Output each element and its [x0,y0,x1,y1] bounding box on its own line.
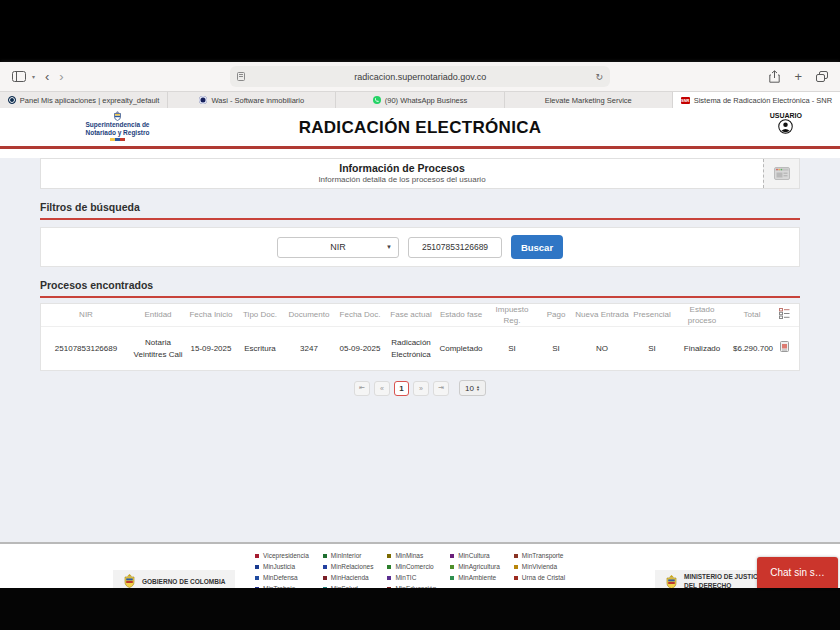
link-label: Urna de Cristal [522,574,565,581]
back-icon[interactable]: ‹ [45,70,49,83]
reload-icon[interactable]: ↻ [595,72,603,82]
url-bar[interactable]: radicacion.supernotariado.gov.co ↻ [230,66,610,87]
browser-tab-5[interactable]: SNRSistema de Radicación Electrónica - S… [673,92,840,108]
link-bullet-icon [323,576,327,580]
main-content: Información de Procesos Información deta… [0,158,840,542]
tab-label: Panel Mis aplicaciones | exprealty_defau… [20,96,160,105]
link-label: MinHacienda [331,574,369,581]
link-bullet-icon [514,565,518,569]
screen-bezel-bottom [0,588,840,630]
footer-link-minambiente[interactable]: MinAmbiente [450,574,500,581]
link-bullet-icon [514,576,518,580]
footer-link-urna-de-cristal[interactable]: Urna de Cristal [514,574,565,581]
footer-link-mintransporte[interactable]: MinTransporte [514,552,565,559]
footer-link-mincultura[interactable]: MinCultura [450,552,500,559]
filter-type-select[interactable]: NIR ▼ [277,237,399,258]
column-header-8: Impuesto Reg. [485,304,539,326]
footer-link-minvivienda[interactable]: MinVivienda [514,563,565,570]
info-panel: Información de Procesos Información deta… [40,158,800,189]
cell-13: $6.290.700 [731,343,773,354]
results-section-title: Procesos encontrados [40,279,800,298]
cell-5: 05-09-2025 [335,343,385,354]
footer-link-minrelaciones[interactable]: MinRelaciones [323,563,374,570]
link-label: MinMinas [395,552,423,559]
link-bullet-icon [387,565,391,569]
column-header-2: Fecha Inicio [185,309,237,320]
search-button[interactable]: Buscar [511,235,563,259]
footer-link-minminas[interactable]: MinMinas [387,552,436,559]
link-label: MinVivienda [522,563,557,570]
footer-link-mindefensa[interactable]: MinDefensa [255,574,309,581]
browser-tab-1[interactable]: Panel Mis aplicaciones | exprealty_defau… [0,92,168,108]
gobierno-badge-label: GOBIERNO DE COLOMBIA [142,578,225,585]
exp-circle-icon [8,96,16,104]
column-options-icon[interactable] [773,308,795,322]
footer-link-mintic[interactable]: MinTIC [387,574,436,581]
url-text: radicacion.supernotariado.gov.co [245,72,595,82]
tab-label: Wasi - Software inmobiliario [211,96,304,105]
page-size-select[interactable]: 10 ▲▼ [459,380,486,396]
chevron-down-icon[interactable]: ▾ [32,73,35,80]
pagination-first-button[interactable]: ⇤ [354,381,370,396]
link-bullet-icon [323,565,327,569]
link-label: MinComercio [395,563,433,570]
tab-label: Sistema de Radicación Electrónica - SNR [694,96,832,105]
cell-9: SI [539,343,573,354]
tab-overview-icon[interactable] [816,71,828,82]
page-format-icon[interactable] [237,72,245,81]
browser-tab-2[interactable]: Wasi - Software inmobiliario [168,92,336,108]
pagination: ⇤ « 1 » ⇥ 10 ▲▼ [40,380,800,396]
forward-icon[interactable]: › [59,70,63,83]
row-document-icon[interactable] [773,341,795,355]
link-label: MinInterior [331,552,362,559]
results-table: NIREntidadFecha InicioTipo Doc.Documento… [40,303,800,371]
column-header-6: Fase actual [385,309,437,320]
table-row[interactable]: 25107853126689Notaria Veintitres Cali15-… [41,327,799,370]
link-bullet-icon [450,554,454,558]
pagination-next-button[interactable]: » [413,381,429,396]
cell-11: SI [631,343,673,354]
link-bullet-icon [514,554,518,558]
chat-button[interactable]: Chat sin s… [757,557,838,588]
column-header-5: Fecha Doc. [335,309,385,320]
footer-link-minjusticia[interactable]: MinJusticia [255,563,309,570]
sidebar-icon[interactable] [12,71,26,82]
pagination-last-button[interactable]: ⇥ [433,381,449,396]
user-menu[interactable]: USUARIO [770,112,802,134]
government-links: VicepresidenciaMinInteriorMinMinasMinCul… [255,552,565,592]
new-tab-icon[interactable]: + [794,69,802,84]
column-header-9: Pago [539,309,573,320]
panel-toggle[interactable] [763,159,799,188]
table-header-row: NIREntidadFecha InicioTipo Doc.Documento… [41,304,799,327]
filter-type-value: NIR [330,242,346,252]
browser-panel-icon [774,167,790,180]
footer-link-mininterior[interactable]: MinInterior [323,552,374,559]
column-header-10: Nueva Entrada [573,309,631,320]
column-header-3: Tipo Doc. [237,309,283,320]
user-avatar-icon[interactable] [778,119,793,134]
pagination-current-page[interactable]: 1 [394,381,409,396]
footer-link-minagricultura[interactable]: MinAgricultura [450,563,500,570]
column-header-0: NIR [41,309,131,320]
column-header-1: Entidad [131,309,185,320]
search-input[interactable] [408,237,502,258]
share-icon[interactable] [769,70,780,83]
colombia-crest-icon [123,574,136,588]
link-bullet-icon [323,554,327,558]
footer-link-vicepresidencia[interactable]: Vicepresidencia [255,552,309,559]
browser-tab-4[interactable]: Elevate Marketing Service [505,92,673,108]
site-header: Superintendencia de Notariado y Registro… [0,108,840,149]
cell-2: 15-09-2025 [185,343,237,354]
footer-link-minhacienda[interactable]: MinHacienda [323,574,374,581]
filter-panel: NIR ▼ Buscar [40,227,800,267]
spinner-arrows-icon: ▲▼ [476,385,480,391]
footer-link-mincomercio[interactable]: MinComercio [387,563,436,570]
link-bullet-icon [387,554,391,558]
wasi-circle-icon [199,96,207,104]
page-title: RADICACIÓN ELECTRÓNICA [0,118,840,138]
select-caret-icon: ▼ [386,244,392,250]
pagination-prev-button[interactable]: « [374,381,390,396]
browser-tab-3[interactable]: (90) WhatsApp Business [336,92,504,108]
column-header-4: Documento [283,309,335,320]
browser-window: ▾ ‹ › radicacion.supernotariado.gov.co ↻… [0,62,840,588]
